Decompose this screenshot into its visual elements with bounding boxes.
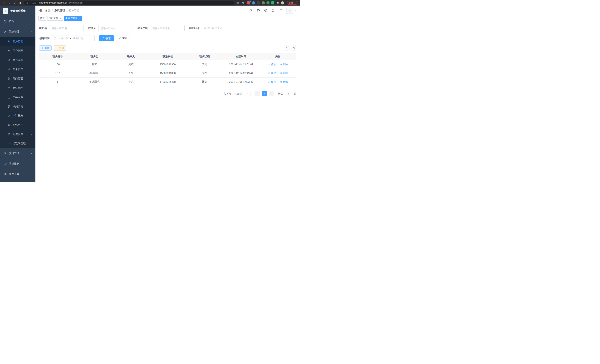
trash-icon: [280, 72, 282, 74]
page-content: 租户名 联系人 联系手机 租户状态 请选择租户状态: [36, 21, 300, 182]
sidebar-item-role[interactable]: 角色管理: [0, 56, 36, 65]
next-page-button[interactable]: [269, 91, 274, 96]
tag-dept[interactable]: 部门管理 ×: [47, 16, 63, 21]
extension-badge: 10: [249, 0, 251, 2]
goto-page-input[interactable]: [285, 91, 292, 96]
avatar: [286, 8, 293, 14]
browser-reload-button[interactable]: [12, 0, 17, 5]
edit-button[interactable]: 修改: [268, 71, 276, 75]
shield-icon: [7, 133, 10, 136]
add-button[interactable]: 新增: [39, 46, 52, 51]
list-icon: [7, 68, 10, 71]
sidebar-item-error-code[interactable]: 错误码管理: [0, 139, 36, 148]
trash-icon: [280, 63, 282, 65]
browser-chrome: 不安全 dashboard.yudao.iocoder.cn/system/te…: [0, 0, 300, 6]
extension-icon-green-chat[interactable]: [271, 1, 274, 4]
export-button[interactable]: 导出: [54, 46, 66, 51]
refresh-table-button[interactable]: [291, 46, 296, 51]
update-label: 更新: [289, 1, 293, 4]
url-domain: dashboard.yudao.iocoder.cn: [39, 1, 67, 4]
date-start-placeholder: 开始日期: [58, 37, 68, 40]
chevron-down-icon: [30, 173, 32, 175]
close-icon[interactable]: ×: [59, 17, 61, 19]
address-bar[interactable]: 不安全 dashboard.yudao.iocoder.cn/system/te…: [24, 1, 234, 5]
sidebar-item-dict[interactable]: 字典管理: [0, 93, 36, 102]
delete-button[interactable]: 删除: [280, 80, 288, 84]
page-unit-label: 页: [294, 92, 296, 95]
header-created: 创建时间: [223, 53, 260, 60]
tag-tenant-active[interactable]: 租户管理 ×: [64, 16, 82, 21]
page-number-1[interactable]: 1: [262, 91, 267, 96]
reset-button[interactable]: 重置: [116, 35, 131, 41]
calendar-icon: [54, 37, 56, 40]
pencil-icon: [268, 81, 270, 83]
pencil-icon: [268, 63, 270, 65]
extension-icon-green-circle[interactable]: [266, 1, 270, 4]
breadcrumb-home[interactable]: 首页: [45, 9, 50, 12]
browser-back-button[interactable]: [2, 0, 7, 5]
search-icon[interactable]: [249, 9, 253, 13]
edit-button[interactable]: 修改: [268, 63, 276, 66]
sidebar-item-notice[interactable]: 通知公告: [0, 102, 36, 111]
user-avatar-menu[interactable]: [286, 8, 297, 14]
sidebar-item-post[interactable]: 岗位管理: [0, 83, 36, 93]
online-signal-icon: [7, 123, 10, 127]
breadcrumb-system[interactable]: 系统管理: [54, 9, 65, 12]
sidebar-item-online-user[interactable]: 在线用户: [0, 121, 36, 130]
browser-home-button[interactable]: [18, 0, 22, 5]
mobile-input[interactable]: [150, 25, 185, 31]
header-actions: 操作: [260, 53, 296, 60]
sidebar-item-home[interactable]: 首页: [0, 16, 36, 27]
extensions-puzzle-icon[interactable]: [276, 1, 279, 4]
profile-avatar-icon[interactable]: [281, 1, 284, 4]
tags-view-bar: 首页 部门管理 × 租户管理 ×: [36, 16, 300, 21]
date-range-picker[interactable]: 开始日期 - 结束日期: [52, 35, 95, 41]
sidebar-item-menu[interactable]: 菜单管理: [0, 65, 36, 74]
sidebar-item-dept[interactable]: 部门管理: [0, 74, 36, 83]
sidebar-item-payment[interactable]: 支付管理: [0, 148, 36, 159]
tag-home[interactable]: 首页: [38, 16, 46, 21]
close-icon[interactable]: ×: [78, 17, 81, 19]
delete-button[interactable]: 删除: [280, 63, 288, 66]
sidebar-item-devtool[interactable]: 研发工具: [0, 169, 36, 179]
status-select[interactable]: 请选择租户状态: [202, 25, 236, 31]
tenant-name-input[interactable]: [49, 25, 84, 31]
edit-button[interactable]: 修改: [268, 80, 276, 84]
sidebar-item-audit-log[interactable]: 审计日志: [0, 111, 36, 121]
users-icon: [7, 59, 10, 62]
github-icon[interactable]: [257, 9, 260, 13]
extension-icon-dark[interactable]: [257, 1, 260, 4]
sidebar-item-tenant[interactable]: 租户管理: [0, 37, 36, 46]
browser-menu-icon[interactable]: ⋮: [294, 2, 296, 4]
extension-icon-blue[interactable]: [252, 1, 255, 4]
filter-row-2: 创建时间 开始日期 - 结束日期 搜索 重置: [39, 35, 296, 41]
share-button[interactable]: [236, 0, 240, 5]
sidebar-item-user[interactable]: 用户管理: [0, 46, 36, 56]
extension-icon-adblock[interactable]: 10: [247, 1, 250, 4]
extension-icon-olive[interactable]: [262, 1, 265, 4]
org-tree-icon: [7, 77, 10, 80]
book-icon: [7, 96, 10, 99]
sidebar-item-system[interactable]: 系统管理: [0, 27, 36, 37]
fullscreen-icon[interactable]: [272, 9, 275, 13]
help-icon[interactable]: [264, 9, 267, 13]
pencil-icon: [268, 72, 270, 74]
mobile-label: 联系手机: [138, 27, 148, 30]
sidebar-collapse-icon[interactable]: [38, 9, 42, 13]
chrome-update-button[interactable]: 更新 ⋮: [287, 1, 298, 5]
delete-button[interactable]: 删除: [280, 71, 288, 75]
sidebar-item-sms[interactable]: 短信管理: [0, 130, 36, 139]
browser-forward-button[interactable]: [7, 0, 12, 5]
font-size-icon[interactable]: [279, 9, 282, 13]
goto-label: 前往: [278, 92, 283, 95]
page-size-select[interactable]: 10条/页: [233, 91, 251, 96]
search-button[interactable]: 搜索: [99, 35, 114, 41]
breadcrumb: 首页 / 系统管理 / 租户管理: [45, 9, 79, 12]
total-count: 共 3 条: [224, 92, 231, 95]
contact-input[interactable]: [98, 25, 133, 31]
sidebar-item-infra[interactable]: 基础设施: [0, 159, 36, 169]
gear-icon: [4, 30, 7, 33]
toggle-search-button[interactable]: [284, 46, 289, 51]
bookmark-star-button[interactable]: [241, 0, 246, 5]
prev-page-button[interactable]: [254, 91, 260, 96]
